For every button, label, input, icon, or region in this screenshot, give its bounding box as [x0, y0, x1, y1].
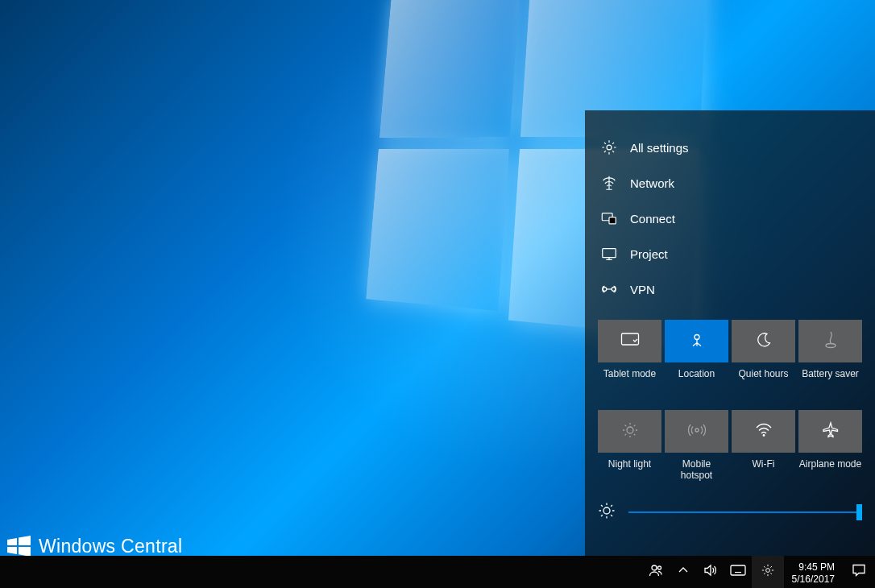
wifi-icon — [755, 422, 773, 441]
location-icon — [688, 331, 706, 352]
watermark-text: Windows Central — [39, 536, 182, 557]
menu-label: Connect — [630, 212, 675, 226]
menu-label: All settings — [630, 141, 689, 155]
tray-people[interactable] — [642, 556, 670, 588]
tile-label: Night light — [608, 458, 651, 481]
tile-label: Location — [678, 368, 715, 391]
system-tray: 9:45 PM 5/16/2017 — [642, 556, 875, 588]
taskbar: 9:45 PM 5/16/2017 — [0, 556, 875, 588]
menu-project[interactable]: Project — [598, 236, 862, 271]
watermark: Windows Central — [5, 532, 182, 556]
menu-label: VPN — [630, 283, 655, 296]
menu-all-settings[interactable]: All settings — [598, 130, 862, 165]
svg-point-18 — [657, 566, 661, 569]
quick-action-tiles: Tablet mode Location Quiet hours Battery… — [598, 320, 862, 481]
network-icon — [599, 174, 619, 192]
svg-marker-3 — [19, 547, 31, 556]
connect-icon — [599, 209, 619, 227]
moon-icon — [756, 332, 772, 351]
tile-location[interactable] — [665, 320, 728, 362]
keyboard-icon — [730, 565, 746, 579]
svg-point-12 — [826, 343, 836, 347]
hotspot-icon — [687, 422, 707, 441]
windows-central-logo-icon — [5, 532, 32, 556]
menu-label: Network — [630, 176, 674, 190]
tray-settings[interactable] — [752, 556, 784, 588]
svg-point-17 — [652, 565, 657, 570]
action-center-panel: All settings Network Connect Project — [585, 110, 875, 556]
svg-rect-19 — [731, 565, 745, 575]
taskbar-clock[interactable]: 9:45 PM 5/16/2017 — [784, 559, 843, 586]
tray-volume[interactable] — [697, 556, 724, 588]
tray-overflow[interactable] — [670, 556, 697, 588]
vpn-icon — [599, 280, 619, 298]
brightness-slider-thumb[interactable] — [856, 504, 862, 520]
sun-icon — [621, 421, 639, 442]
tile-mobile-hotspot[interactable] — [665, 410, 728, 453]
svg-marker-0 — [7, 538, 17, 545]
tile-airplane-mode[interactable] — [798, 410, 862, 453]
svg-point-8 — [603, 288, 607, 292]
menu-connect[interactable]: Connect — [598, 201, 862, 236]
svg-point-14 — [695, 429, 699, 432]
project-icon — [599, 245, 619, 263]
svg-point-4 — [607, 145, 612, 150]
tray-action-center[interactable] — [843, 556, 875, 588]
tile-tablet-mode[interactable] — [598, 320, 661, 362]
taskbar-time: 9:45 PM — [792, 561, 835, 574]
tray-input-keyboard[interactable] — [724, 556, 752, 588]
tile-wifi[interactable] — [732, 410, 795, 453]
taskbar-date: 5/16/2017 — [792, 574, 835, 586]
tile-quiet-hours[interactable] — [732, 320, 795, 362]
brightness-icon — [598, 502, 616, 523]
menu-label: Project — [630, 247, 668, 261]
desktop[interactable]: Windows Central All settings Network — [0, 0, 875, 556]
svg-point-15 — [762, 434, 765, 437]
tile-label: Airplane mode — [799, 458, 861, 481]
tile-night-light[interactable] — [598, 410, 661, 453]
tile-label: Wi-Fi — [753, 458, 775, 481]
battery-saver-icon — [823, 331, 839, 352]
gear-icon — [761, 563, 775, 581]
svg-rect-7 — [603, 249, 616, 258]
chevron-up-icon — [678, 565, 689, 579]
airplane-icon — [822, 421, 840, 442]
action-center-icon — [852, 563, 866, 581]
tile-label: Battery saver — [802, 368, 859, 391]
tile-label: Tablet mode — [603, 368, 656, 391]
svg-marker-1 — [19, 536, 31, 545]
people-icon — [649, 563, 663, 581]
tile-label: Quiet hours — [738, 368, 788, 391]
svg-rect-6 — [609, 217, 616, 224]
svg-point-26 — [765, 569, 769, 573]
svg-marker-2 — [7, 547, 17, 554]
svg-rect-10 — [621, 333, 638, 345]
svg-point-9 — [612, 288, 616, 292]
tile-label: Mobile hotspot — [681, 458, 712, 481]
tile-battery-saver[interactable] — [798, 320, 862, 362]
gear-icon — [599, 139, 619, 156]
action-center-menu: All settings Network Connect Project — [598, 130, 862, 307]
menu-network[interactable]: Network — [598, 165, 862, 201]
menu-vpn[interactable]: VPN — [598, 271, 862, 307]
svg-point-11 — [695, 334, 699, 339]
tablet-mode-icon — [620, 332, 640, 351]
brightness-slider-fill — [628, 511, 862, 513]
brightness-slider[interactable] — [628, 511, 862, 513]
brightness-control — [598, 502, 862, 523]
svg-point-16 — [603, 507, 610, 514]
speaker-icon — [703, 563, 718, 581]
svg-point-13 — [627, 427, 633, 433]
